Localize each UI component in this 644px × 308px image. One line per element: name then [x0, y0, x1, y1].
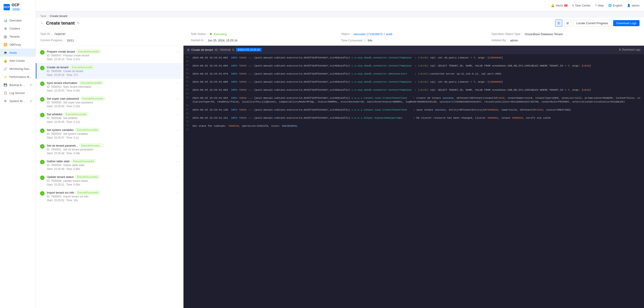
task-more-button[interactable]: ⋯	[176, 50, 180, 54]
task-center-label: Task Center	[575, 4, 590, 7]
system-icon: ⚙	[4, 99, 7, 103]
sidebar-item-monitoring[interactable]: 📈 Monitoring Das...	[0, 65, 36, 73]
alert-center-icon: 🔔	[4, 59, 7, 62]
task-desc: Sync tenant information	[63, 85, 91, 88]
task-item[interactable]: ✓ Set super user password ExecuteSuccess…	[36, 94, 183, 110]
task-item[interactable]: ✓ Sync tenant information ExecuteSuccess…	[36, 79, 183, 94]
task-start: Start: 15:25:48	[47, 152, 64, 155]
copy-icon[interactable]: ⎘	[232, 48, 234, 52]
breadcrumb-parent[interactable]: Task	[40, 14, 46, 18]
object-label: Object：	[341, 32, 352, 36]
task-more-button[interactable]: ⋯	[176, 144, 180, 148]
task-time: Time: 0.1s	[66, 136, 79, 139]
task-id-text: ID: 7600548	[47, 70, 61, 73]
log-line: 64	[184, 92, 644, 96]
task-name: Create ob tenant	[47, 66, 68, 69]
line-number: 72	[184, 128, 192, 132]
logo-icon: OCP	[4, 4, 10, 10]
task-time-meta: Start: 15:25:16 Time: 27s	[47, 74, 174, 76]
task-item[interactable]: ✓ Create ob tenant ExecuteSuccessful ID:…	[36, 63, 183, 79]
sidebar-item-tenants[interactable]: 🏢 Tenants	[0, 32, 36, 40]
download-logs-button[interactable]: Download Logs	[613, 20, 640, 26]
progress-value: 10/11	[67, 39, 74, 42]
task-more-button[interactable]: ⋯	[176, 65, 180, 70]
user-menu[interactable]: 👤 admin	[627, 4, 640, 7]
task-time-meta: Start: 15:25:45 Time: 0.12s	[47, 120, 174, 124]
topbar: 🔔 Alerts 5 ≡ Task Center ? Help 🌐 Englis…	[36, 0, 644, 11]
task-more-button[interactable]: ⋯	[176, 191, 180, 195]
task-id-text: ID: 7600550	[47, 101, 61, 104]
line-content	[192, 76, 644, 80]
line-content: 2024-06-25 15:25:43.065 INFO 78958 --- […	[192, 64, 644, 68]
task-title-row: Create ob tenant ExecuteSuccessful	[47, 65, 174, 69]
clusters-icon: 🖥	[4, 27, 7, 30]
sidebar-item-backup-label: Backup & ...	[10, 83, 25, 86]
object-cluster-link[interactable]: obcluster:1712628973	[354, 32, 383, 36]
task-more-button[interactable]: ⋯	[176, 97, 180, 101]
task-body: Sync tenant information ExecuteSuccessfu…	[47, 81, 174, 92]
sidebar-item-clusters-label: Clusters	[10, 27, 20, 30]
object-tenant-link[interactable]: test8	[386, 32, 392, 36]
line-number: 57	[184, 64, 192, 68]
sidebar-item-tenants-label: Tenants	[10, 35, 20, 38]
task-more-button[interactable]: ⋯	[176, 175, 180, 179]
log-line: 672024-06-25 15:25:43.130 INFO 78958 ---…	[184, 108, 644, 112]
task-item[interactable]: ✓ Update tenant status ExecuteSuccessful…	[36, 173, 183, 188]
task-badge: ExecuteSuccessful	[79, 81, 104, 84]
task-id-item: Task ID： 7439797	[40, 32, 188, 36]
task-time-meta: Start: 15:25:49 Time: 0.85s	[47, 168, 174, 170]
sidebar-item-overview[interactable]: 📊 Overview	[0, 16, 36, 24]
task-more-button[interactable]: ⋯	[176, 159, 180, 164]
task-meta: ID: 7600548 Create ob tenant	[47, 70, 174, 73]
help-button[interactable]: ? Help	[595, 4, 604, 7]
status-dot	[210, 33, 212, 35]
alerts-label: Alerts	[556, 4, 563, 7]
sidebar-item-performance[interactable]: ⚡ Performance M...	[0, 73, 36, 81]
task-more-button[interactable]: ⋯	[176, 128, 180, 132]
back-button[interactable]: ←	[40, 21, 44, 25]
sidebar-item-hosts[interactable]: 💻 Hosts	[0, 48, 36, 57]
locate-progress-button[interactable]: Locate Current Progress	[573, 20, 612, 26]
sidebar-item-log-service[interactable]: 📋 Log Service	[0, 89, 36, 97]
task-item[interactable]: ✓ Set system variables ExecuteSuccessful…	[36, 126, 183, 142]
task-item[interactable]: ✓ Import tenant srs info ExecuteSuccessf…	[36, 188, 183, 204]
sidebar-item-clusters[interactable]: 🖥 Clusters	[0, 24, 36, 32]
task-item[interactable]: ✓ Set whitelist ExecuteSuccessful ID: 76…	[36, 110, 183, 126]
log-line: 68	[184, 112, 644, 116]
log-panel: ⊞ Create ob tenant ID: 7600548 ⎘ EXECUTE…	[184, 46, 644, 308]
task-more-button[interactable]: ⋯	[176, 81, 180, 85]
task-title-row: Gather table stats ExecuteSuccessful	[47, 159, 174, 163]
task-center-button[interactable]: ≡ Task Center	[572, 4, 590, 7]
log-line: 56	[184, 60, 644, 64]
time-help-icon[interactable]: ⓘ	[364, 38, 366, 42]
log-download-button[interactable]: ⬇ Download Logs	[619, 48, 640, 51]
sidebar-item-backup[interactable]: 💾 Backup & ...	[0, 81, 36, 89]
task-item[interactable]: ✓ Prepare create tenant ExecuteSuccessfu…	[36, 48, 183, 63]
sidebar-item-alert-center-label: Alert Center	[10, 59, 25, 62]
sidebar-item-alert-center[interactable]: 🔔 Alert Center	[0, 57, 36, 65]
refresh-icon[interactable]: ↻	[77, 21, 80, 25]
task-meta: ID: 7600549 Set whitelist	[47, 116, 174, 120]
sidebar-item-system[interactable]: ⚙ System M...	[0, 97, 36, 105]
logo-text: OCP	[12, 3, 20, 7]
sidebar-item-obproxy-label: OBProxy	[10, 43, 21, 46]
task-id-text: ID: 7600554	[47, 132, 61, 136]
task-start: Start: 15:25:52	[47, 199, 64, 202]
logo-area: OCP OCP 社区版	[0, 0, 36, 14]
task-item[interactable]: ✓ Gather table stats ExecuteSuccessful I…	[36, 157, 183, 173]
language-selector[interactable]: 🌐 English	[608, 4, 622, 7]
sidebar-item-obproxy[interactable]: 🔀 OBProxy	[0, 40, 36, 48]
task-title-row: Sync tenant information ExecuteSuccessfu…	[47, 81, 174, 84]
task-check-icon: ✓	[40, 66, 44, 70]
log-line: 72	[184, 128, 644, 132]
task-item[interactable]: ✓ Set ob tenant paramet... ExecuteSucces…	[36, 142, 183, 157]
task-more-button[interactable]: ⋯	[176, 112, 180, 116]
list-view-button[interactable]: ☰	[555, 20, 562, 27]
log-title-area: ⊞ Create ob tenant ID: 7600548 ⎘ EXECUTE…	[187, 48, 262, 52]
graph-view-button[interactable]: ⊞	[564, 20, 571, 27]
alerts-button[interactable]: 🔔 Alerts 5	[551, 4, 568, 7]
line-content: 2024-06-25 15:25:43.078 INFO 78958 --- […	[192, 72, 644, 76]
log-line: 592024-06-25 15:25:43.078 INFO 78958 ---…	[184, 72, 644, 76]
task-badge: ExecuteSuccessful	[71, 159, 96, 163]
task-start: Start: 15:25:44	[47, 105, 64, 108]
